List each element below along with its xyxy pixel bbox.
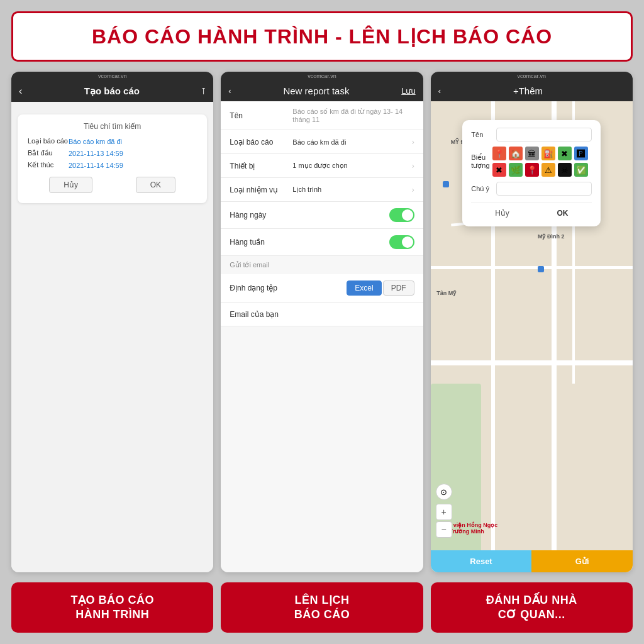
map-zoom-controls: + − — [436, 504, 452, 538]
bottom-labels-row: TẠO BÁO CÁOHÀNH TRÌNH LÊN LỊCHBÁO CÁO ĐÁ… — [11, 582, 633, 633]
phones-row: vcomcar.vn ‹ Tạo báo cáo ⊺ Tiêu chí tìm … — [11, 72, 633, 572]
form-label-email: Email của bạn — [230, 310, 292, 319]
form-label-loainv: Loại nhiệm vụ — [230, 186, 292, 194]
bottom-label-1: LÊN LỊCHBÁO CÁO — [221, 582, 423, 633]
map-icon-skull[interactable]: ☠ — [558, 163, 572, 177]
popup-ten-input[interactable] — [496, 128, 592, 142]
criteria-buttons: Hủy OK — [28, 177, 197, 193]
form-value-thietbi: 1 mục được chọn — [292, 162, 411, 170]
chevron-right-icon-loai: › — [412, 138, 414, 147]
form-value-loainv: Lịch trình — [292, 186, 411, 194]
map-reset-button[interactable]: Reset — [431, 550, 532, 572]
cancel-button[interactable]: Hủy — [49, 177, 92, 193]
format-pdf-button[interactable]: PDF — [383, 280, 414, 296]
email-input[interactable] — [292, 311, 414, 318]
toggle-hangngay[interactable] — [389, 208, 414, 222]
popup-ten-label: Tên — [471, 131, 496, 138]
phone1-panel: vcomcar.vn ‹ Tạo báo cáo ⊺ Tiêu chí tìm … — [11, 72, 213, 572]
popup-ok-button[interactable]: OK — [550, 208, 574, 219]
map-icon-home[interactable]: 🏠 — [509, 147, 523, 160]
phone3-map-body: MỸ ĐÌNH 2 MỸ ĐÌNH 2 Mỹ Đình 2 Tân Mỹ Bện… — [431, 101, 633, 572]
phone3-panel: vcomcar.vn ‹ +Thêm — [431, 72, 633, 572]
popup-note-row: Chú ý — [471, 182, 592, 196]
popup-icon-row: Biểu tượng 📍 🏠 🏛 ⛽ ✖ 🅿 ✖ 🌿 — [471, 147, 592, 177]
location-button[interactable]: ⊙ — [436, 484, 452, 500]
map-icon-pin-red[interactable]: 📍 — [492, 147, 506, 160]
criteria-label-2: Kết thúc — [28, 161, 69, 169]
criteria-row-2: Kết thúc 2021-11-14 14:59 — [28, 161, 197, 169]
format-excel-button[interactable]: Excel — [347, 280, 381, 296]
map-icon-pin-dark[interactable]: 📍 — [525, 163, 539, 177]
form-row-hangngay: Hàng ngày — [221, 202, 423, 229]
bottom-label-2: ĐÁNH DẤU NHÀCƠ QUAN... — [431, 582, 633, 633]
criteria-value-2[interactable]: 2021-11-14 14:59 — [69, 162, 123, 169]
map-icon-x-red[interactable]: ✖ — [492, 163, 506, 177]
form-label-hangngay: Hàng ngày — [230, 211, 292, 219]
phone2-header: ‹ New report task Lưu — [221, 80, 423, 101]
map-icon-x-green[interactable]: ✖ — [558, 147, 572, 160]
ok-button[interactable]: OK — [136, 177, 175, 193]
phone2-title: New report task — [283, 86, 349, 96]
popup-actions: Hủy OK — [471, 202, 592, 219]
phone3-header: ‹ +Thêm — [431, 80, 633, 101]
toggle-hangtuan-switch[interactable] — [389, 235, 414, 249]
map-icon-warning[interactable]: ⚠ — [541, 163, 555, 177]
map-label-mydinh3: Mỹ Đình 2 — [538, 233, 565, 240]
form-row-loainv[interactable]: Loại nhiệm vụ Lịch trình › — [221, 178, 423, 202]
map-icon-parking[interactable]: 🅿 — [574, 147, 588, 160]
zoom-out-button[interactable]: − — [436, 521, 452, 538]
popup-huy-button[interactable]: Hủy — [489, 208, 516, 219]
phone2-body: Tên Báo cáo số km đã đi từ ngày 13- 14 t… — [221, 101, 423, 572]
form-value-ten[interactable]: Báo cáo số km đã đi từ ngày 13- 14 tháng… — [292, 108, 414, 123]
phone2-brand: vcomcar.vn — [221, 72, 423, 80]
section-email-header: Gửi tới email — [221, 256, 423, 274]
map-send-button[interactable]: Gửi — [531, 550, 633, 572]
phone1-title: Tạo báo cáo — [84, 86, 140, 97]
criteria-value-1[interactable]: 2021-11-13 14:59 — [69, 150, 123, 157]
phone3-back-icon[interactable]: ‹ — [438, 86, 441, 96]
criteria-row-0: Loại báo cáo Báo cáo km đã đi — [28, 137, 197, 145]
phone1-header: ‹ Tạo báo cáo ⊺ — [11, 80, 213, 102]
phone1-body: Tiêu chí tìm kiếm Loại báo cáo Báo cáo k… — [11, 102, 213, 572]
map-icon-building[interactable]: 🏛 — [525, 147, 539, 160]
phone2-save-button[interactable]: Lưu — [401, 86, 415, 96]
toggle-hangtuan[interactable] — [389, 235, 414, 249]
popup-icons-grid: 📍 🏠 🏛 ⛽ ✖ 🅿 ✖ 🌿 📍 ⚠ ☠ — [492, 147, 592, 177]
form-row-ten: Tên Báo cáo số km đã đi từ ngày 13- 14 t… — [221, 101, 423, 130]
form-label-loai: Loại báo cáo — [230, 138, 292, 147]
popup-bieu-tuong-label: Biểu tượng — [471, 153, 492, 170]
popup-ten-row: Tên — [471, 128, 592, 142]
phone2-back-icon[interactable]: ‹ — [228, 86, 231, 96]
zoom-in-button[interactable]: + — [436, 504, 452, 520]
map-icon-fuel[interactable]: ⛽ — [541, 147, 555, 160]
form-row-loai[interactable]: Loại báo cáo Báo cáo km đã đi › — [221, 130, 423, 154]
map-blue-sq-1 — [443, 181, 449, 187]
chevron-right-icon-thietbi: › — [412, 162, 414, 170]
banner-text: BÁO CÁO HÀNH TRÌNH - LÊN LỊCH BÁO CÁO — [92, 25, 552, 48]
toggle-hangngay-switch[interactable] — [389, 208, 414, 222]
popup-note-input[interactable] — [496, 182, 592, 196]
phone3-title: +Thêm — [513, 86, 543, 96]
file-format-row: Định dạng tệp Excel PDF — [221, 274, 423, 303]
map-blue-sq-3 — [538, 266, 544, 272]
criteria-row-1: Bắt đầu 2021-11-13 14:59 — [28, 149, 197, 157]
phone1-filter-icon[interactable]: ⊺ — [201, 86, 206, 96]
bottom-label-text-1: LÊN LỊCHBÁO CÁO — [294, 593, 350, 623]
phone2-panel: vcomcar.vn ‹ New report task Lưu Tên Báo… — [221, 72, 423, 572]
map-icon-check[interactable]: ✅ — [574, 163, 588, 177]
map-bottom-buttons: Reset Gửi — [431, 550, 633, 572]
phone1-brand: vcomcar.vn — [11, 72, 213, 80]
form-row-thietbi[interactable]: Thiết bị 1 mục được chọn › — [221, 154, 423, 178]
form-row-hangtuan: Hàng tuần — [221, 229, 423, 256]
map-icon-leaf[interactable]: 🌿 — [509, 163, 523, 177]
criteria-label-1: Bắt đầu — [28, 149, 69, 157]
format-buttons: Excel PDF — [347, 280, 414, 296]
map-street-h2 — [431, 266, 633, 269]
bottom-label-text-2: ĐÁNH DẤU NHÀCƠ QUAN... — [486, 593, 577, 623]
criteria-value-0[interactable]: Báo cáo km đã đi — [69, 138, 122, 145]
banner: BÁO CÁO HÀNH TRÌNH - LÊN LỊCH BÁO CÁO — [11, 11, 633, 62]
search-criteria-box: Tiêu chí tìm kiếm Loại báo cáo Báo cáo k… — [18, 114, 207, 203]
map-street-h1 — [431, 360, 633, 365]
form-label-format: Định dạng tệp — [230, 284, 292, 292]
phone1-back-icon[interactable]: ‹ — [19, 86, 22, 97]
